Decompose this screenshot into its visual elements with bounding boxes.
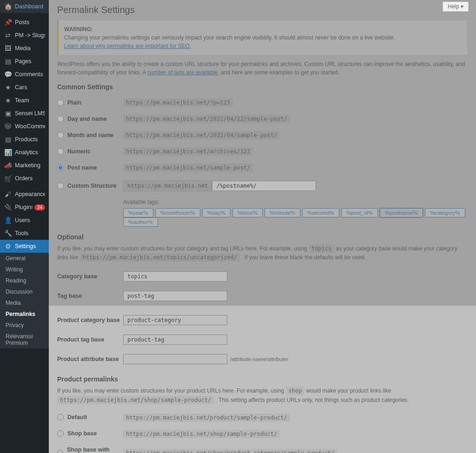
sidebar-item-tools[interactable]: 🔧Tools — [0, 227, 49, 240]
menu-icon: 📌 — [4, 19, 12, 26]
menu-label: Plugins — [15, 204, 33, 210]
menu-label: Users — [15, 217, 45, 223]
menu-label: Media — [15, 45, 45, 52]
sub-item-reading[interactable]: Reading — [0, 275, 49, 286]
sidebar-item-cars[interactable]: ★Cars — [0, 81, 49, 94]
menu-label: Products — [15, 136, 45, 143]
sub-item-discussion[interactable]: Discussion — [0, 286, 49, 297]
menu-label: Settings — [15, 243, 45, 249]
menu-label: Marketing — [15, 162, 45, 169]
sidebar-item-marketing[interactable]: 📣Marketing — [0, 159, 49, 172]
sidebar-item-media[interactable]: 🖼Media — [0, 42, 49, 55]
sidebar-item-pm-slugs[interactable]: ⇄PM -> Slugs — [0, 29, 49, 42]
menu-icon: 📣 — [4, 162, 12, 169]
menu-label: Tools — [15, 230, 45, 236]
menu-icon: 🏠 — [4, 3, 12, 10]
sub-item-media[interactable]: Media — [0, 297, 49, 309]
sidebar-item-dashboard[interactable]: 🏠Dashboard — [0, 0, 49, 13]
menu-label: Cars — [15, 84, 45, 91]
menu-label: PM -> Slugs — [15, 32, 45, 39]
menu-icon: ▣ — [4, 110, 12, 117]
menu-icon: 🖌 — [4, 190, 12, 198]
menu-label: Pages — [15, 58, 45, 65]
menu-icon: 👤 — [4, 217, 12, 224]
sidebar-item-products[interactable]: ▤Products — [0, 133, 49, 146]
menu-icon: ▤ — [4, 58, 12, 65]
settings-submenu: GeneralWritingReadingDiscussionMediaPerm… — [0, 253, 49, 348]
sidebar-item-users[interactable]: 👤Users — [0, 214, 49, 227]
sub-item-relevanssi-premium[interactable]: Relevanssi Premium — [0, 331, 49, 348]
admin-sidebar: 🏠Dashboard📌Posts⇄PM -> Slugs🖼Media▤Pages… — [0, 0, 49, 453]
menu-label: Posts — [15, 19, 45, 26]
menu-icon: 💬 — [4, 71, 12, 78]
menu-icon: ⇄ — [4, 32, 12, 39]
sidebar-item-sensei-lms[interactable]: ▣Sensei LMS — [0, 107, 49, 120]
menu-icon: 🔧 — [4, 230, 12, 237]
menu-icon: 📊 — [4, 149, 12, 156]
sidebar-item-team[interactable]: ★Team — [0, 94, 49, 107]
sidebar-item-appearance[interactable]: 🖌Appearance — [0, 188, 49, 201]
menu-icon: Ⓦ — [4, 123, 12, 130]
menu-label: Comments — [15, 71, 45, 78]
menu-icon: 🖼 — [4, 45, 12, 52]
menu-icon: ▤ — [4, 136, 12, 143]
sidebar-item-woocommerce[interactable]: ⓌWooCommerce — [0, 120, 49, 133]
sub-item-general[interactable]: General — [0, 253, 49, 264]
sidebar-item-settings[interactable]: ⚙Settings — [0, 240, 49, 253]
sidebar-item-posts[interactable]: 📌Posts — [0, 16, 49, 29]
menu-label: Sensei LMS — [15, 110, 45, 117]
menu-label: Orders — [15, 175, 45, 182]
sub-item-writing[interactable]: Writing — [0, 264, 49, 275]
dim-overlay — [49, 0, 476, 453]
sidebar-item-analytics[interactable]: 📊Analytics — [0, 146, 49, 159]
sidebar-item-comments[interactable]: 💬Comments — [0, 68, 49, 81]
sub-item-privacy[interactable]: Privacy — [0, 320, 49, 331]
update-badge: 24 — [34, 204, 45, 210]
menu-icon: ⚙ — [4, 243, 12, 250]
menu-label: Appearance — [15, 191, 45, 197]
menu-icon: 🔌 — [4, 204, 12, 211]
sidebar-item-orders[interactable]: 🛒Orders — [0, 172, 49, 185]
help-button[interactable]: Help ▾ — [443, 2, 469, 12]
sidebar-item-pages[interactable]: ▤Pages — [0, 55, 49, 68]
menu-label: Analytics — [15, 149, 45, 156]
menu-label: Dashboard — [15, 3, 45, 10]
menu-icon: ★ — [4, 84, 12, 91]
menu-label: WooCommerce — [15, 123, 45, 130]
menu-label: Team — [15, 97, 45, 104]
sub-item-permalinks[interactable]: Permalinks — [0, 309, 49, 320]
sidebar-item-plugins[interactable]: 🔌Plugins24 — [0, 201, 49, 214]
menu-icon: 🛒 — [4, 175, 12, 182]
menu-icon: ★ — [4, 97, 12, 104]
